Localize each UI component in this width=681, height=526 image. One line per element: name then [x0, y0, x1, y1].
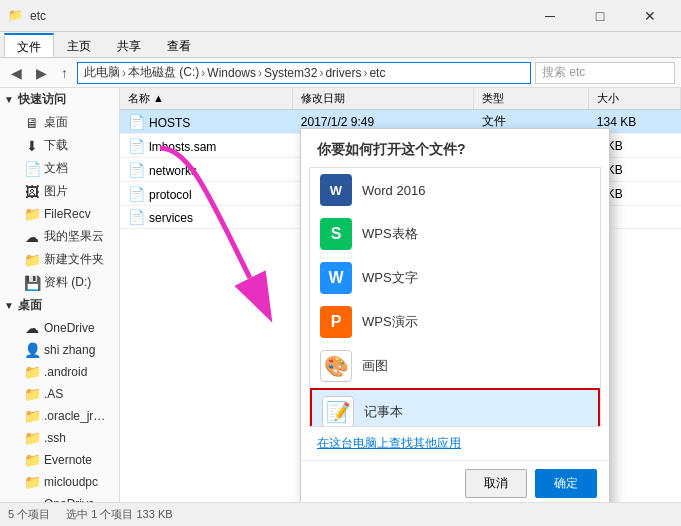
ribbon-tabs: 文件 主页 共享 查看 — [0, 32, 681, 58]
sidebar-item-ssh[interactable]: 📁 .ssh — [16, 427, 119, 449]
status-bar: 5 个项目 选中 1 个项目 133 KB — [0, 502, 681, 526]
sidebar: ▼ 快速访问 🖥 桌面 ⬇ 下载 📄 文档 🖼 图片 📁 FileRec — [0, 88, 120, 502]
onedrive-icon: ☁ — [24, 320, 40, 336]
path-part: drivers — [325, 66, 361, 80]
wps-xls-icon: S — [320, 218, 352, 250]
file-icon: 📄 — [128, 209, 145, 225]
file-name: networks — [149, 164, 197, 178]
search-box[interactable]: 搜索 etc — [535, 62, 675, 84]
path-part: 本地磁盘 (C:) — [128, 64, 199, 81]
sidebar-item-onedrive[interactable]: ☁ OneDrive — [16, 317, 119, 339]
open-with-dialog: 你要如何打开这个文件? W Word 2016 S WPS表格 W WPS文字 — [300, 128, 610, 502]
find-app-link[interactable]: 在这台电脑上查找其他应用 — [301, 427, 609, 460]
file-name: protocol — [149, 188, 192, 202]
app-list: W Word 2016 S WPS表格 W WPS文字 P WPS演示 — [309, 167, 601, 427]
sidebar-item-pictures[interactable]: 🖼 图片 — [16, 180, 119, 203]
app-name: WPS表格 — [362, 225, 418, 243]
sidebar-item-filerecv[interactable]: 📁 FileRecv — [16, 203, 119, 225]
app-name: WPS文字 — [362, 269, 418, 287]
ok-button[interactable]: 确定 — [535, 469, 597, 498]
sidebar-item-as[interactable]: 📁 .AS — [16, 383, 119, 405]
tab-share[interactable]: 共享 — [104, 33, 154, 57]
quick-access-items: 🖥 桌面 ⬇ 下载 📄 文档 🖼 图片 📁 FileRecv ☁ 我的坚果云 — [0, 111, 119, 294]
desktop-items: ☁ OneDrive 👤 shi zhang 📁 .android 📁 .AS … — [0, 317, 119, 502]
forward-button[interactable]: ▶ — [31, 62, 52, 84]
path-part: System32 — [264, 66, 317, 80]
file-icon: 📄 — [128, 114, 145, 130]
sidebar-item-micloudpc[interactable]: 📁 micloudpc — [16, 471, 119, 493]
sidebar-item-drive-d[interactable]: 💾 资料 (D:) — [16, 271, 119, 294]
tab-file[interactable]: 文件 — [4, 33, 54, 57]
app-item-word[interactable]: W Word 2016 — [310, 168, 600, 212]
folder-icon: 📁 — [24, 452, 40, 468]
folder-icon: 📁 — [24, 474, 40, 490]
dialog-title: 你要如何打开这个文件? — [301, 129, 609, 167]
documents-icon: 📄 — [24, 161, 40, 177]
path-part: 此电脑 — [84, 64, 120, 81]
folder-icon: 📁 — [24, 206, 40, 222]
app-name: 记事本 — [364, 403, 403, 421]
file-icon: 📄 — [128, 186, 145, 202]
expand-icon: ▼ — [4, 94, 14, 105]
close-button[interactable]: ✕ — [627, 0, 673, 32]
cancel-button[interactable]: 取消 — [465, 469, 527, 498]
sidebar-item-nutstore[interactable]: ☁ 我的坚果云 — [16, 225, 119, 248]
sidebar-item-evernote[interactable]: 📁 Evernote — [16, 449, 119, 471]
path-part: etc — [369, 66, 385, 80]
folder-icon: 📁 — [24, 430, 40, 446]
maximize-button[interactable]: □ — [577, 0, 623, 32]
title-bar: 📁 etc ─ □ ✕ — [0, 0, 681, 32]
sidebar-item-documents[interactable]: 📄 文档 — [16, 157, 119, 180]
file-name: services — [149, 211, 193, 225]
file-name: HOSTS — [149, 116, 190, 130]
app-item-wps-p[interactable]: P WPS演示 — [310, 300, 600, 344]
main-layout: ▼ 快速访问 🖥 桌面 ⬇ 下载 📄 文档 🖼 图片 📁 FileRec — [0, 88, 681, 502]
wps-w-icon: W — [320, 262, 352, 294]
back-button[interactable]: ◀ — [6, 62, 27, 84]
app-name: Word 2016 — [362, 183, 425, 198]
sidebar-item-newfolder[interactable]: 📁 新建文件夹 — [16, 248, 119, 271]
user-icon: 👤 — [24, 342, 40, 358]
search-placeholder: 搜索 etc — [542, 64, 585, 81]
app-item-paint[interactable]: 🎨 画图 — [310, 344, 600, 388]
quick-access-header[interactable]: ▼ 快速访问 — [0, 88, 119, 111]
quick-access-label: 快速访问 — [18, 91, 66, 108]
dialog-footer: 取消 确定 — [301, 460, 609, 502]
sidebar-item-shi-zhang[interactable]: 👤 shi zhang — [16, 339, 119, 361]
app-item-notepad[interactable]: 📝 记事本 — [310, 388, 600, 427]
download-icon: ⬇ — [24, 138, 40, 154]
paint-icon: 🎨 — [320, 350, 352, 382]
sidebar-item-android[interactable]: 📁 .android — [16, 361, 119, 383]
expand-icon: ▼ — [4, 300, 14, 311]
sidebar-item-desktop[interactable]: 🖥 桌面 — [16, 111, 119, 134]
desktop-icon: 🖥 — [24, 115, 40, 131]
sidebar-item-downloads[interactable]: ⬇ 下载 — [16, 134, 119, 157]
minimize-button[interactable]: ─ — [527, 0, 573, 32]
sidebar-item-oracle[interactable]: 📁 .oracle_jre_us — [16, 405, 119, 427]
wps-p-icon: P — [320, 306, 352, 338]
address-bar: ◀ ▶ ↑ 此电脑 › 本地磁盘 (C:) › Windows › System… — [0, 58, 681, 88]
address-box[interactable]: 此电脑 › 本地磁盘 (C:) › Windows › System32 › d… — [77, 62, 531, 84]
onedrive-icon: ☁ — [24, 496, 40, 502]
selected-info: 选中 1 个项目 133 KB — [66, 507, 172, 522]
up-button[interactable]: ↑ — [56, 62, 73, 84]
notepad-icon: 📝 — [322, 396, 354, 427]
app-item-wps-w[interactable]: W WPS文字 — [310, 256, 600, 300]
folder-icon: 📁 — [24, 364, 40, 380]
file-name: lmhosts.sam — [149, 140, 216, 154]
desktop-label: 桌面 — [18, 297, 42, 314]
sidebar-item-onedrive2[interactable]: ☁ OneDrive — [16, 493, 119, 502]
app-item-wps-xls[interactable]: S WPS表格 — [310, 212, 600, 256]
tab-view[interactable]: 查看 — [154, 33, 204, 57]
window-icon: 📁 — [8, 8, 24, 24]
cloud-icon: ☁ — [24, 229, 40, 245]
app-name: WPS演示 — [362, 313, 418, 331]
tab-home[interactable]: 主页 — [54, 33, 104, 57]
dialog-overlay: 你要如何打开这个文件? W Word 2016 S WPS表格 W WPS文字 — [300, 88, 620, 502]
title-buttons: ─ □ ✕ — [527, 0, 673, 32]
desktop-header[interactable]: ▼ 桌面 — [0, 294, 119, 317]
word-icon: W — [320, 174, 352, 206]
path-part: Windows — [207, 66, 256, 80]
folder-icon: 📁 — [24, 408, 40, 424]
col-name[interactable]: 名称 ▲ — [120, 88, 293, 110]
